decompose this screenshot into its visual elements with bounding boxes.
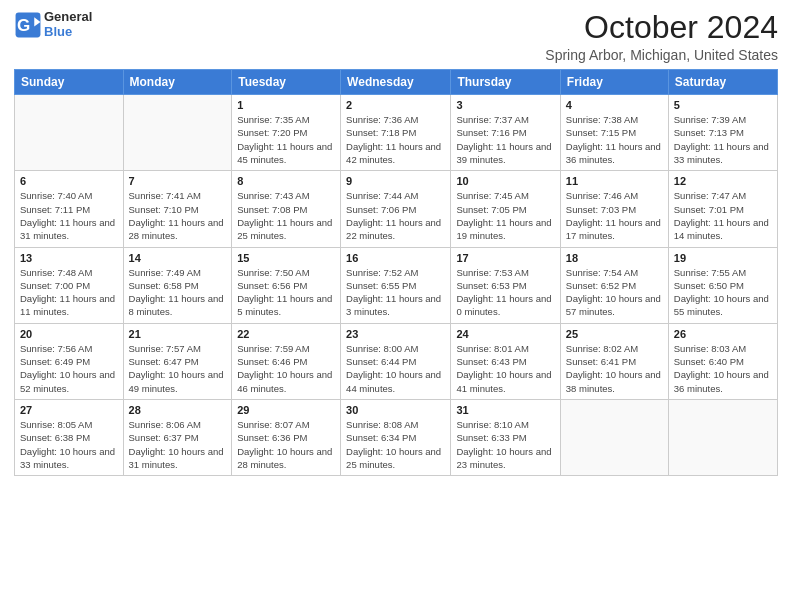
day-number: 19 <box>674 252 772 264</box>
calendar-cell: 19Sunrise: 7:55 AMSunset: 6:50 PMDayligh… <box>668 247 777 323</box>
day-number: 22 <box>237 328 335 340</box>
day-number: 30 <box>346 404 445 416</box>
calendar-cell: 8Sunrise: 7:43 AMSunset: 7:08 PMDaylight… <box>232 171 341 247</box>
day-info: Sunrise: 7:54 AMSunset: 6:52 PMDaylight:… <box>566 266 663 319</box>
calendar-cell: 15Sunrise: 7:50 AMSunset: 6:56 PMDayligh… <box>232 247 341 323</box>
header: G General Blue October 2024 Spring Arbor… <box>14 10 778 63</box>
col-header-tuesday: Tuesday <box>232 70 341 95</box>
calendar-cell: 7Sunrise: 7:41 AMSunset: 7:10 PMDaylight… <box>123 171 232 247</box>
day-number: 5 <box>674 99 772 111</box>
calendar-cell: 2Sunrise: 7:36 AMSunset: 7:18 PMDaylight… <box>341 95 451 171</box>
calendar-cell: 1Sunrise: 7:35 AMSunset: 7:20 PMDaylight… <box>232 95 341 171</box>
day-number: 7 <box>129 175 227 187</box>
calendar-cell <box>15 95 124 171</box>
calendar-cell: 3Sunrise: 7:37 AMSunset: 7:16 PMDaylight… <box>451 95 560 171</box>
day-number: 6 <box>20 175 118 187</box>
day-info: Sunrise: 7:41 AMSunset: 7:10 PMDaylight:… <box>129 189 227 242</box>
day-info: Sunrise: 7:36 AMSunset: 7:18 PMDaylight:… <box>346 113 445 166</box>
calendar-cell: 16Sunrise: 7:52 AMSunset: 6:55 PMDayligh… <box>341 247 451 323</box>
day-number: 27 <box>20 404 118 416</box>
calendar-cell: 14Sunrise: 7:49 AMSunset: 6:58 PMDayligh… <box>123 247 232 323</box>
calendar-week-row: 20Sunrise: 7:56 AMSunset: 6:49 PMDayligh… <box>15 323 778 399</box>
day-number: 20 <box>20 328 118 340</box>
calendar-cell: 11Sunrise: 7:46 AMSunset: 7:03 PMDayligh… <box>560 171 668 247</box>
day-info: Sunrise: 8:07 AMSunset: 6:36 PMDaylight:… <box>237 418 335 471</box>
calendar-cell: 24Sunrise: 8:01 AMSunset: 6:43 PMDayligh… <box>451 323 560 399</box>
calendar-cell: 17Sunrise: 7:53 AMSunset: 6:53 PMDayligh… <box>451 247 560 323</box>
logo-text: General Blue <box>44 10 92 40</box>
calendar-cell: 18Sunrise: 7:54 AMSunset: 6:52 PMDayligh… <box>560 247 668 323</box>
day-info: Sunrise: 7:45 AMSunset: 7:05 PMDaylight:… <box>456 189 554 242</box>
day-number: 2 <box>346 99 445 111</box>
col-header-sunday: Sunday <box>15 70 124 95</box>
day-number: 31 <box>456 404 554 416</box>
day-info: Sunrise: 7:59 AMSunset: 6:46 PMDaylight:… <box>237 342 335 395</box>
calendar-cell: 5Sunrise: 7:39 AMSunset: 7:13 PMDaylight… <box>668 95 777 171</box>
day-number: 8 <box>237 175 335 187</box>
calendar-table: SundayMondayTuesdayWednesdayThursdayFrid… <box>14 69 778 476</box>
day-info: Sunrise: 8:00 AMSunset: 6:44 PMDaylight:… <box>346 342 445 395</box>
day-info: Sunrise: 8:06 AMSunset: 6:37 PMDaylight:… <box>129 418 227 471</box>
day-info: Sunrise: 7:37 AMSunset: 7:16 PMDaylight:… <box>456 113 554 166</box>
calendar-cell: 25Sunrise: 8:02 AMSunset: 6:41 PMDayligh… <box>560 323 668 399</box>
logo-area: G General Blue <box>14 10 92 40</box>
calendar-cell <box>668 399 777 475</box>
day-number: 26 <box>674 328 772 340</box>
day-info: Sunrise: 7:52 AMSunset: 6:55 PMDaylight:… <box>346 266 445 319</box>
day-info: Sunrise: 7:40 AMSunset: 7:11 PMDaylight:… <box>20 189 118 242</box>
day-info: Sunrise: 8:01 AMSunset: 6:43 PMDaylight:… <box>456 342 554 395</box>
day-info: Sunrise: 7:48 AMSunset: 7:00 PMDaylight:… <box>20 266 118 319</box>
day-info: Sunrise: 7:46 AMSunset: 7:03 PMDaylight:… <box>566 189 663 242</box>
calendar-week-row: 1Sunrise: 7:35 AMSunset: 7:20 PMDaylight… <box>15 95 778 171</box>
logo-blue: Blue <box>44 24 72 39</box>
day-number: 12 <box>674 175 772 187</box>
day-info: Sunrise: 7:47 AMSunset: 7:01 PMDaylight:… <box>674 189 772 242</box>
day-info: Sunrise: 7:53 AMSunset: 6:53 PMDaylight:… <box>456 266 554 319</box>
calendar-cell: 27Sunrise: 8:05 AMSunset: 6:38 PMDayligh… <box>15 399 124 475</box>
logo-icon: G <box>14 11 42 39</box>
day-number: 24 <box>456 328 554 340</box>
day-info: Sunrise: 8:02 AMSunset: 6:41 PMDaylight:… <box>566 342 663 395</box>
day-info: Sunrise: 8:03 AMSunset: 6:40 PMDaylight:… <box>674 342 772 395</box>
day-info: Sunrise: 7:56 AMSunset: 6:49 PMDaylight:… <box>20 342 118 395</box>
calendar-header-row: SundayMondayTuesdayWednesdayThursdayFrid… <box>15 70 778 95</box>
day-number: 14 <box>129 252 227 264</box>
calendar-week-row: 13Sunrise: 7:48 AMSunset: 7:00 PMDayligh… <box>15 247 778 323</box>
month-title: October 2024 <box>545 10 778 45</box>
day-number: 11 <box>566 175 663 187</box>
day-number: 18 <box>566 252 663 264</box>
calendar-cell: 26Sunrise: 8:03 AMSunset: 6:40 PMDayligh… <box>668 323 777 399</box>
calendar-cell: 4Sunrise: 7:38 AMSunset: 7:15 PMDaylight… <box>560 95 668 171</box>
calendar-cell: 29Sunrise: 8:07 AMSunset: 6:36 PMDayligh… <box>232 399 341 475</box>
calendar-cell: 23Sunrise: 8:00 AMSunset: 6:44 PMDayligh… <box>341 323 451 399</box>
day-info: Sunrise: 7:38 AMSunset: 7:15 PMDaylight:… <box>566 113 663 166</box>
calendar-cell <box>560 399 668 475</box>
col-header-wednesday: Wednesday <box>341 70 451 95</box>
col-header-thursday: Thursday <box>451 70 560 95</box>
calendar-cell: 13Sunrise: 7:48 AMSunset: 7:00 PMDayligh… <box>15 247 124 323</box>
day-number: 4 <box>566 99 663 111</box>
calendar-cell: 31Sunrise: 8:10 AMSunset: 6:33 PMDayligh… <box>451 399 560 475</box>
day-info: Sunrise: 7:50 AMSunset: 6:56 PMDaylight:… <box>237 266 335 319</box>
day-number: 28 <box>129 404 227 416</box>
col-header-saturday: Saturday <box>668 70 777 95</box>
day-info: Sunrise: 7:39 AMSunset: 7:13 PMDaylight:… <box>674 113 772 166</box>
logo-general: General <box>44 9 92 24</box>
day-info: Sunrise: 8:05 AMSunset: 6:38 PMDaylight:… <box>20 418 118 471</box>
day-number: 9 <box>346 175 445 187</box>
day-info: Sunrise: 8:08 AMSunset: 6:34 PMDaylight:… <box>346 418 445 471</box>
day-number: 13 <box>20 252 118 264</box>
svg-text:G: G <box>17 16 30 35</box>
day-info: Sunrise: 7:43 AMSunset: 7:08 PMDaylight:… <box>237 189 335 242</box>
col-header-monday: Monday <box>123 70 232 95</box>
day-info: Sunrise: 7:55 AMSunset: 6:50 PMDaylight:… <box>674 266 772 319</box>
calendar-cell: 21Sunrise: 7:57 AMSunset: 6:47 PMDayligh… <box>123 323 232 399</box>
day-number: 1 <box>237 99 335 111</box>
day-number: 25 <box>566 328 663 340</box>
calendar-cell: 9Sunrise: 7:44 AMSunset: 7:06 PMDaylight… <box>341 171 451 247</box>
day-number: 29 <box>237 404 335 416</box>
day-info: Sunrise: 8:10 AMSunset: 6:33 PMDaylight:… <box>456 418 554 471</box>
day-number: 15 <box>237 252 335 264</box>
day-info: Sunrise: 7:57 AMSunset: 6:47 PMDaylight:… <box>129 342 227 395</box>
day-number: 17 <box>456 252 554 264</box>
